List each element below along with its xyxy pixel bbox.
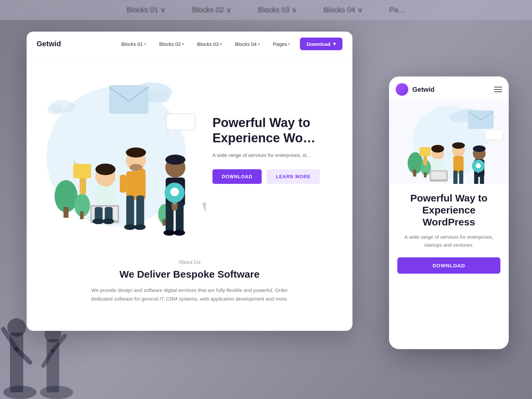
svg-point-79 bbox=[452, 142, 465, 149]
svg-rect-19 bbox=[166, 114, 195, 130]
svg-point-63 bbox=[450, 112, 467, 123]
hamburger-line bbox=[494, 91, 502, 92]
svg-rect-81 bbox=[453, 171, 458, 184]
desktop-logo: Getwid bbox=[37, 40, 61, 48]
hero-learn-more-button[interactable]: LEARN MORE bbox=[267, 169, 320, 184]
svg-point-12 bbox=[149, 90, 170, 103]
bg-nav-pages: Pa… bbox=[389, 6, 406, 14]
svg-rect-88 bbox=[480, 174, 484, 184]
chevron-down-icon: ▾ bbox=[258, 42, 260, 46]
desktop-about-section: About Us We Deliver Bespoke Software We … bbox=[27, 243, 352, 316]
hero-subtitle: A wide range of services for enterprises… bbox=[212, 152, 339, 159]
hero-text-area: Powerful Way to Experience Wo… A wide ra… bbox=[206, 57, 352, 243]
mobile-logo-icon bbox=[396, 83, 408, 96]
svg-point-30 bbox=[95, 164, 115, 175]
mobile-hero-illustration bbox=[389, 101, 509, 184]
svg-rect-42 bbox=[132, 149, 140, 154]
svg-point-85 bbox=[473, 146, 485, 152]
about-title: We Deliver Bespoke Software bbox=[47, 269, 332, 280]
mobile-mockup: Getwid bbox=[389, 76, 509, 349]
chevron-down-icon: ▾ bbox=[144, 42, 146, 46]
nav-blocks02[interactable]: Blocks 02 ▾ bbox=[156, 39, 187, 49]
hero-illustration-area bbox=[27, 57, 206, 243]
bg-nav-blocks04: Blocks 04 ∨ bbox=[324, 6, 363, 14]
svg-rect-23 bbox=[64, 207, 68, 217]
hero-download-button[interactable]: DOWNLOAD bbox=[212, 169, 262, 184]
nav-pages[interactable]: Pages ▾ bbox=[270, 39, 294, 49]
mobile-nav: Getwid bbox=[389, 76, 509, 101]
svg-point-14 bbox=[48, 104, 63, 114]
nav-blocks04[interactable]: Blocks 04 ▾ bbox=[232, 39, 263, 49]
bg-nav-blocks03: Blocks 03 ∨ bbox=[258, 6, 297, 14]
svg-rect-87 bbox=[474, 174, 478, 184]
svg-point-61 bbox=[170, 188, 179, 196]
about-text: We provide design and software digital s… bbox=[83, 286, 296, 303]
svg-point-36 bbox=[103, 218, 114, 224]
desktop-nav: Getwid Blocks 01 ▾ Blocks 02 ▾ Blocks 03… bbox=[27, 32, 352, 57]
bg-top-nav: Blocks 01 ∨ Blocks 02 ∨ Blocks 03 ∨ Bloc… bbox=[0, 0, 532, 20]
mobile-logo: Getwid bbox=[412, 86, 490, 93]
desktop-mockup: Getwid Blocks 01 ▾ Blocks 02 ▾ Blocks 03… bbox=[27, 32, 352, 331]
hamburger-line bbox=[494, 89, 502, 90]
svg-rect-21 bbox=[202, 202, 206, 217]
bg-nav-blocks02: Blocks 02 ∨ bbox=[192, 6, 231, 14]
svg-point-57 bbox=[174, 230, 185, 235]
nav-blocks01[interactable]: Blocks 01 ▾ bbox=[118, 39, 149, 49]
svg-point-35 bbox=[92, 218, 104, 224]
hero-title: Powerful Way to Experience Wo… bbox=[212, 115, 339, 146]
mobile-download-button[interactable]: DOWNLOAD bbox=[397, 257, 500, 274]
svg-rect-82 bbox=[459, 171, 464, 184]
about-label: About Us bbox=[47, 259, 332, 265]
chevron-down-icon: ▾ bbox=[288, 42, 290, 46]
svg-rect-68 bbox=[413, 170, 416, 177]
mobile-title: Powerful Way to Experience WordPress bbox=[397, 192, 500, 228]
chevron-down-icon: ▾ bbox=[333, 41, 336, 47]
mobile-subtitle: A wide range of services for enterprises… bbox=[397, 233, 500, 249]
svg-point-46 bbox=[124, 224, 135, 230]
hero-buttons: DOWNLOAD LEARN MORE bbox=[212, 169, 339, 184]
svg-rect-77 bbox=[420, 147, 431, 156]
svg-rect-65 bbox=[486, 130, 503, 140]
svg-rect-49 bbox=[120, 175, 126, 193]
chevron-down-icon: ▾ bbox=[182, 42, 184, 46]
svg-rect-45 bbox=[136, 196, 144, 228]
bg-nav-blocks01: Blocks 01 ∨ bbox=[127, 6, 166, 14]
svg-rect-70 bbox=[424, 172, 427, 177]
svg-marker-20 bbox=[166, 130, 175, 135]
download-button[interactable]: Download ▾ bbox=[300, 38, 342, 50]
svg-point-2 bbox=[7, 318, 26, 337]
svg-rect-27 bbox=[163, 219, 166, 225]
svg-rect-38 bbox=[73, 164, 91, 178]
desktop-hero: Powerful Way to Experience Wo… A wide ra… bbox=[27, 57, 352, 243]
svg-point-47 bbox=[134, 224, 145, 230]
svg-point-72 bbox=[431, 145, 444, 153]
chevron-down-icon: ▾ bbox=[220, 42, 222, 46]
svg-rect-75 bbox=[431, 172, 446, 180]
hamburger-line bbox=[494, 87, 502, 87]
hero-illustration bbox=[27, 57, 206, 243]
svg-rect-25 bbox=[80, 211, 84, 219]
svg-rect-15 bbox=[109, 85, 149, 114]
svg-point-56 bbox=[164, 230, 175, 235]
hamburger-menu-button[interactable] bbox=[494, 87, 502, 92]
svg-point-91 bbox=[476, 163, 481, 168]
svg-rect-52 bbox=[172, 156, 179, 162]
mobile-content: Powerful Way to Experience WordPress A w… bbox=[389, 184, 509, 280]
nav-blocks03[interactable]: Blocks 03 ▾ bbox=[194, 39, 225, 49]
svg-rect-44 bbox=[126, 196, 134, 228]
mobile-illustration bbox=[389, 101, 509, 184]
svg-marker-66 bbox=[486, 140, 493, 144]
